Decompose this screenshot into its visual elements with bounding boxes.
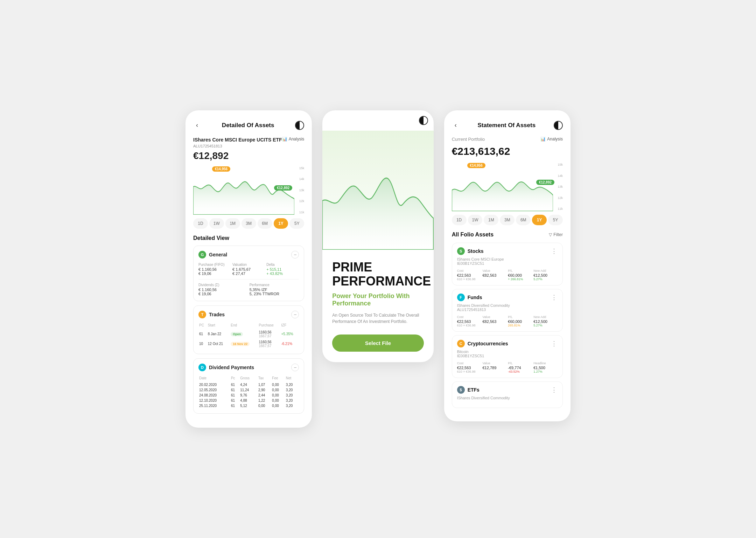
stocks-cost-sub: 610 × €36.98 bbox=[457, 277, 481, 281]
th-izf: IZF bbox=[280, 323, 299, 329]
period-1w-right[interactable]: 1W bbox=[468, 215, 483, 225]
valuation-label: Valuation bbox=[232, 263, 265, 267]
dividend-table-body: 20.02.2020614,241,070,003,20 12.05.20206… bbox=[198, 382, 299, 408]
analysis-link-left[interactable]: 📊 Analysis bbox=[282, 137, 304, 142]
period-1w-left[interactable]: 1W bbox=[209, 218, 224, 229]
stocks-pl-label: P/L bbox=[508, 269, 532, 273]
crypto-headline: Headline €1,500 1.27% bbox=[533, 361, 558, 373]
left-chart-area: 15.05.2022 €14,956 15.05.2023 €12,892 15… bbox=[193, 166, 304, 215]
crypto-pl: P/L -€9,774 -43.52% bbox=[508, 361, 532, 373]
period-1d-right[interactable]: 1D bbox=[452, 215, 467, 225]
valuation-cell: Valuation € 1.675,67 € 27,47 bbox=[232, 263, 265, 276]
period-1m-right[interactable]: 1M bbox=[484, 215, 498, 225]
td-start-1: 8 Jan 22 bbox=[207, 329, 230, 339]
trades-table-body: 61 8 Jan 22 Open 1160,561667,67 +5.35% 1… bbox=[198, 329, 299, 349]
general-collapse-btn[interactable]: − bbox=[291, 251, 299, 258]
middle-content: PRIME PERFORMANCE Power Your Portfolio W… bbox=[322, 250, 433, 362]
right-tooltip1-value: €14,956 bbox=[467, 163, 485, 168]
theme-toggle-middle[interactable] bbox=[419, 116, 428, 125]
middle-chart-svg bbox=[322, 131, 433, 250]
trades-title-label: Trades bbox=[209, 312, 225, 317]
period-6m-right[interactable]: 6M bbox=[516, 215, 531, 225]
back-button-left[interactable]: ‹ bbox=[193, 120, 201, 130]
etf-header: $ ETFs ⋮ bbox=[457, 386, 558, 394]
stocks-value: Value €82,563 bbox=[482, 269, 506, 281]
status-nov-tag: 16 Nov 22 bbox=[231, 342, 250, 346]
funds-newadd-label: New Add bbox=[533, 315, 558, 319]
stocks-newadd: New Add €12,500 5.27% bbox=[533, 269, 558, 281]
etf-card: $ ETFs ⋮ IShares Diversified Commodity bbox=[452, 381, 563, 408]
right-tooltip1-wrapper: 15.05.2022 €14,956 bbox=[469, 163, 483, 166]
r-y-12k: 12k bbox=[558, 196, 563, 200]
dividend-table-head: Date Pc Gross Tax Fee Net bbox=[198, 375, 299, 382]
status-open-tag: Open bbox=[231, 332, 243, 336]
select-file-button[interactable]: Select File bbox=[332, 334, 424, 352]
right-header: ‹ Statement Of Assets bbox=[452, 120, 563, 130]
period-1y-left[interactable]: 1Y bbox=[274, 218, 288, 229]
stocks-pl-val: €60,000 bbox=[508, 273, 532, 277]
etf-menu-btn[interactable]: ⋮ bbox=[551, 386, 558, 394]
stocks-newadd-val: €12,500 bbox=[533, 273, 558, 277]
prime-description: An Open Source Tool To Calculate The Ove… bbox=[332, 312, 424, 325]
performance-v2: 5, 23% TTWROR bbox=[250, 292, 299, 296]
period-5y-left[interactable]: 5Y bbox=[289, 218, 304, 229]
period-1m-left[interactable]: 1M bbox=[225, 218, 240, 229]
td-izf-1: +5.35% bbox=[280, 329, 299, 339]
funds-newadd-val: €12,500 bbox=[533, 319, 558, 324]
filter-button[interactable]: ▽ Filter bbox=[549, 232, 563, 237]
stocks-title: S Stocks bbox=[457, 247, 484, 255]
analysis-link-right[interactable]: 📊 Analysis bbox=[540, 137, 563, 142]
y-label-11k: 11k bbox=[299, 211, 304, 214]
asset-id: ALU1725451813 bbox=[193, 144, 282, 148]
prime-line2: PERFORMANCE bbox=[332, 274, 431, 288]
funds-newadd: New Add €12,500 5.27% bbox=[533, 315, 558, 327]
right-header-title: Statement Of Assets bbox=[477, 122, 536, 129]
th-pc: PC bbox=[198, 323, 207, 329]
filter-icon: ▽ bbox=[549, 232, 552, 237]
delta-cell: Delta + 515,11 + 43.82% bbox=[266, 263, 299, 276]
trades-icon: T bbox=[198, 311, 206, 318]
dividend-section: D Dividend Payments − Date Pc Gross Tax … bbox=[193, 358, 304, 414]
crypto-pl-sub: -43.52% bbox=[508, 370, 532, 373]
chart-icon-right: 📊 bbox=[540, 137, 546, 142]
crypto-value: Value €12,789 bbox=[482, 361, 506, 373]
left-chart-y-labels: 15k 14k 13k 12k 11k bbox=[299, 166, 304, 215]
stocks-menu-btn[interactable]: ⋮ bbox=[551, 247, 558, 255]
dividend-collapse-btn[interactable]: − bbox=[291, 364, 299, 371]
period-3m-left[interactable]: 3M bbox=[241, 218, 256, 229]
portfolio-header-row: Current Portfolio 📊 Analysis bbox=[452, 137, 563, 143]
etf-title: $ ETFs bbox=[457, 386, 479, 394]
stocks-data-row: Cost €22,563 610 × €36.98 Value €82,563 … bbox=[457, 269, 558, 281]
td-end-2: 16 Nov 22 bbox=[230, 339, 258, 349]
funds-title: F Funds bbox=[457, 294, 482, 301]
r-y-14k: 14k bbox=[558, 174, 563, 178]
all-folio-header: All Folio Assets ▽ Filter bbox=[452, 232, 563, 238]
trades-collapse-btn[interactable]: − bbox=[291, 311, 299, 318]
stocks-pl: P/L €60,000 + 266.81% bbox=[508, 269, 532, 281]
prime-title: PRIME PERFORMANCE bbox=[332, 260, 424, 288]
list-item: 12.05.20206111,242,900,003,20 bbox=[198, 387, 299, 393]
stocks-newadd-label: New Add bbox=[533, 269, 558, 273]
crypto-id: IE00B1YZSC51 bbox=[457, 354, 484, 358]
portfolio-label: Current Portfolio bbox=[452, 137, 485, 142]
theme-toggle-right[interactable] bbox=[554, 121, 563, 130]
chart-icon: 📊 bbox=[282, 137, 287, 142]
period-6m-left[interactable]: 6M bbox=[258, 218, 272, 229]
period-5y-right[interactable]: 5Y bbox=[548, 215, 563, 225]
crypto-headline-sub: 1.27% bbox=[533, 370, 558, 373]
theme-toggle-left[interactable] bbox=[295, 121, 304, 130]
period-1d-left[interactable]: 1D bbox=[193, 218, 208, 229]
period-3m-right[interactable]: 3M bbox=[500, 215, 514, 225]
crypto-icon: C bbox=[457, 340, 465, 347]
right-chart-svg bbox=[452, 162, 553, 211]
prime-performance-card: PRIME PERFORMANCE Power Your Portfolio W… bbox=[322, 110, 433, 362]
performance-cell: Performance 5,35% IZF 5, 23% TTWROR bbox=[250, 283, 299, 296]
period-1y-right[interactable]: 1Y bbox=[532, 215, 547, 225]
chart-tooltip-1-wrapper: 15.05.2022 €14,956 bbox=[214, 166, 228, 170]
th-end: End bbox=[230, 323, 258, 329]
etf-label: ETFs bbox=[468, 387, 479, 393]
back-button-right[interactable]: ‹ bbox=[452, 120, 460, 130]
crypto-menu-btn[interactable]: ⋮ bbox=[551, 340, 558, 347]
general-icon: G bbox=[198, 251, 206, 258]
funds-menu-btn[interactable]: ⋮ bbox=[551, 294, 558, 301]
